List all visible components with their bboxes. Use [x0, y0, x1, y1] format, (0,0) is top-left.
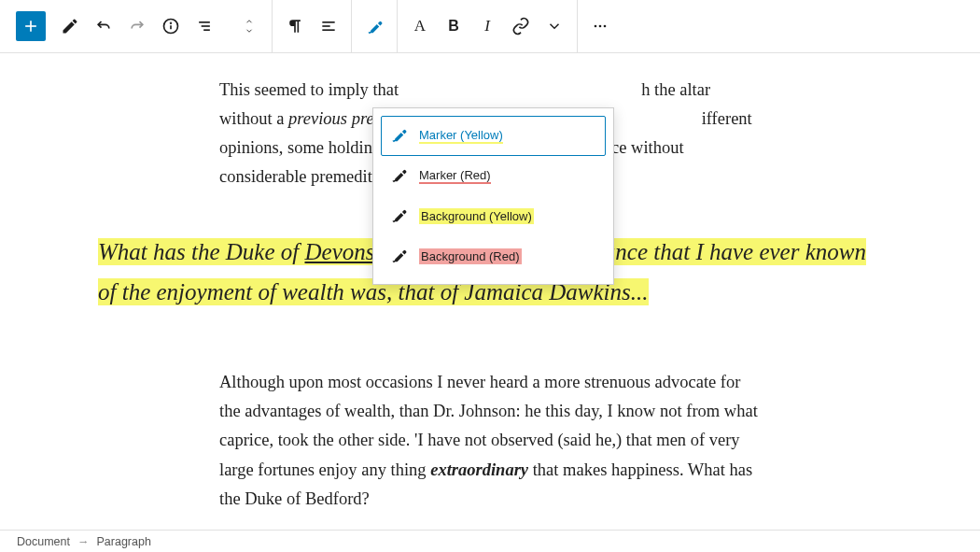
text-bold-italic: extraordinary [430, 460, 528, 479]
svg-point-4 [171, 22, 172, 23]
toolbar-group-block [273, 0, 352, 52]
paragraph-block[interactable]: Although upon most occasions I never hea… [98, 368, 882, 513]
highlighter-icon [389, 165, 408, 187]
svg-point-12 [599, 25, 602, 28]
text: This seemed to imply that [219, 80, 399, 99]
toolbar-group-format: A B I [398, 0, 578, 52]
italic-icon: I [484, 17, 490, 35]
outline-button[interactable] [188, 9, 221, 43]
align-icon [319, 17, 338, 35]
link-icon [511, 17, 530, 35]
add-block-button[interactable] [16, 11, 46, 41]
link-button[interactable] [504, 9, 538, 43]
block-type-button[interactable] [278, 9, 312, 43]
edit-button[interactable] [53, 9, 87, 43]
pilcrow-icon [286, 17, 304, 35]
highlight-button[interactable] [357, 9, 391, 43]
highlighter-icon [365, 17, 384, 35]
italic-button[interactable]: I [470, 9, 504, 43]
highlight-option[interactable]: Marker (Red) [381, 156, 606, 196]
svg-point-13 [604, 25, 607, 28]
redo-button[interactable] [120, 9, 154, 43]
highlight-option-label: Background (Red) [419, 248, 522, 264]
toolbar-group-move [227, 0, 273, 52]
ellipsis-icon [591, 17, 609, 35]
more-options-button[interactable] [583, 9, 617, 43]
highlighter-icon [389, 125, 408, 147]
highlight-option[interactable]: Marker (Yellow) [381, 116, 606, 156]
highlight-dropdown: Marker (Yellow)Marker (Red)Background (Y… [372, 107, 614, 285]
more-rich-button[interactable] [538, 9, 571, 43]
info-icon [161, 17, 180, 35]
bold-button[interactable]: B [437, 9, 470, 43]
toolbar-group-highlight [352, 0, 398, 52]
block-breadcrumb: Document → Paragraph [0, 530, 980, 552]
chevron-down-icon [243, 26, 256, 35]
plus-icon [21, 17, 40, 35]
move-button[interactable] [232, 9, 266, 43]
highlight-option-label: Marker (Yellow) [419, 128, 503, 144]
redo-icon [128, 17, 147, 35]
undo-icon [94, 17, 113, 35]
breadcrumb-root[interactable]: Document [17, 535, 70, 548]
block-toolbar: A B I [0, 0, 980, 53]
breadcrumb-current[interactable]: Paragraph [96, 535, 150, 548]
pencil-icon [61, 17, 79, 35]
text: What has the Duke of [98, 239, 304, 264]
toolbar-group-insert [10, 0, 227, 52]
text-color-icon: A [414, 17, 426, 35]
highlighter-icon [389, 246, 408, 267]
chevron-down-icon [546, 18, 563, 35]
bold-icon: B [448, 18, 459, 35]
text-color-button[interactable]: A [403, 9, 437, 43]
outline-icon [195, 17, 214, 35]
breadcrumb-separator-icon: → [77, 535, 90, 548]
highlight-option-label: Marker (Red) [419, 168, 491, 184]
chevron-up-icon [243, 17, 256, 26]
svg-point-11 [595, 25, 597, 28]
highlight-option[interactable]: Background (Yellow) [381, 196, 606, 236]
toolbar-group-more [578, 0, 623, 52]
highlight-option-label: Background (Yellow) [419, 208, 534, 224]
undo-button[interactable] [87, 9, 120, 43]
info-button[interactable] [154, 9, 188, 43]
highlighter-icon [389, 205, 408, 227]
editor-canvas: This seemed to imply thath the altar wit… [0, 53, 980, 530]
align-button[interactable] [312, 9, 345, 43]
highlight-option[interactable]: Background (Red) [381, 236, 606, 276]
